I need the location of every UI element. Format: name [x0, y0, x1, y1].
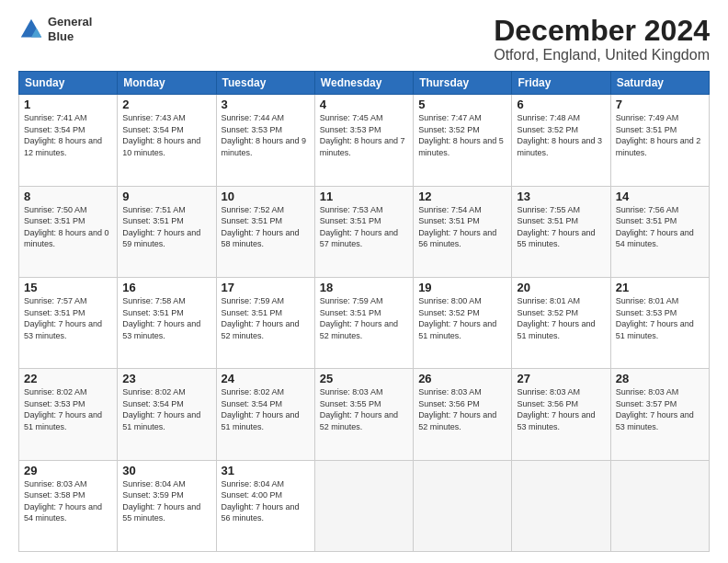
day-number: 4: [320, 98, 408, 111]
day-info: Sunrise: 8:00 AM Sunset: 3:52 PM Dayligh…: [418, 295, 506, 341]
weekday-header: Thursday: [414, 72, 512, 95]
day-info: Sunrise: 8:02 AM Sunset: 3:53 PM Dayligh…: [24, 386, 112, 432]
calendar-cell: 30 Sunrise: 8:04 AM Sunset: 3:59 PM Dayl…: [118, 460, 216, 551]
day-number: 9: [122, 190, 210, 203]
calendar-cell: 20 Sunrise: 8:01 AM Sunset: 3:52 PM Dayl…: [512, 277, 610, 368]
day-info: Sunrise: 7:57 AM Sunset: 3:51 PM Dayligh…: [24, 295, 112, 341]
day-info: Sunrise: 7:55 AM Sunset: 3:51 PM Dayligh…: [517, 204, 605, 250]
calendar-cell: [414, 460, 512, 551]
calendar-cell: [610, 460, 709, 551]
calendar-cell: [512, 460, 610, 551]
calendar-cell: 24 Sunrise: 8:02 AM Sunset: 3:54 PM Dayl…: [216, 369, 314, 460]
weekday-header: Tuesday: [216, 72, 314, 95]
day-number: 12: [418, 190, 506, 203]
calendar-cell: 19 Sunrise: 8:00 AM Sunset: 3:52 PM Dayl…: [414, 277, 512, 368]
calendar-table: SundayMondayTuesdayWednesdayThursdayFrid…: [18, 71, 710, 552]
calendar-cell: 25 Sunrise: 8:03 AM Sunset: 3:55 PM Dayl…: [314, 369, 413, 460]
day-number: 23: [122, 372, 210, 385]
calendar-cell: 7 Sunrise: 7:49 AM Sunset: 3:51 PM Dayli…: [610, 95, 709, 186]
calendar-cell: 6 Sunrise: 7:48 AM Sunset: 3:52 PM Dayli…: [512, 95, 610, 186]
calendar-cell: 12 Sunrise: 7:54 AM Sunset: 3:51 PM Dayl…: [414, 186, 512, 277]
calendar-cell: 28 Sunrise: 8:03 AM Sunset: 3:57 PM Dayl…: [610, 369, 709, 460]
logo: General Blue: [18, 15, 92, 43]
day-info: Sunrise: 8:01 AM Sunset: 3:52 PM Dayligh…: [517, 295, 605, 341]
day-number: 25: [320, 372, 408, 385]
calendar-week-row: 8 Sunrise: 7:50 AM Sunset: 3:51 PM Dayli…: [19, 186, 710, 277]
day-number: 21: [616, 281, 704, 294]
weekday-header: Friday: [512, 72, 610, 95]
calendar-cell: 22 Sunrise: 8:02 AM Sunset: 3:53 PM Dayl…: [19, 369, 118, 460]
weekday-header: Sunday: [19, 72, 118, 95]
calendar-cell: 1 Sunrise: 7:41 AM Sunset: 3:54 PM Dayli…: [19, 95, 118, 186]
day-number: 10: [222, 190, 310, 203]
calendar-cell: 4 Sunrise: 7:45 AM Sunset: 3:53 PM Dayli…: [314, 95, 413, 186]
day-info: Sunrise: 7:41 AM Sunset: 3:54 PM Dayligh…: [24, 112, 112, 158]
calendar-cell: 13 Sunrise: 7:55 AM Sunset: 3:51 PM Dayl…: [512, 186, 610, 277]
logo-icon: [18, 17, 44, 42]
day-info: Sunrise: 7:48 AM Sunset: 3:52 PM Dayligh…: [517, 112, 605, 158]
weekday-header: Monday: [118, 72, 216, 95]
day-info: Sunrise: 7:47 AM Sunset: 3:52 PM Dayligh…: [418, 112, 506, 158]
day-number: 2: [122, 98, 210, 111]
calendar-cell: 23 Sunrise: 8:02 AM Sunset: 3:54 PM Dayl…: [118, 369, 216, 460]
calendar-cell: 5 Sunrise: 7:47 AM Sunset: 3:52 PM Dayli…: [414, 95, 512, 186]
day-info: Sunrise: 7:51 AM Sunset: 3:51 PM Dayligh…: [122, 204, 210, 250]
calendar-cell: 29 Sunrise: 8:03 AM Sunset: 3:58 PM Dayl…: [19, 460, 118, 551]
day-number: 11: [320, 190, 408, 203]
day-number: 15: [24, 281, 112, 294]
calendar-cell: 16 Sunrise: 7:58 AM Sunset: 3:51 PM Dayl…: [118, 277, 216, 368]
day-number: 26: [418, 372, 506, 385]
calendar-cell: 17 Sunrise: 7:59 AM Sunset: 3:51 PM Dayl…: [216, 277, 314, 368]
calendar-cell: 9 Sunrise: 7:51 AM Sunset: 3:51 PM Dayli…: [118, 186, 216, 277]
weekday-header: Saturday: [610, 72, 709, 95]
logo-text: General Blue: [48, 15, 92, 43]
day-number: 17: [222, 281, 310, 294]
day-number: 29: [24, 464, 112, 477]
day-number: 20: [517, 281, 605, 294]
day-number: 24: [222, 372, 310, 385]
calendar-cell: 8 Sunrise: 7:50 AM Sunset: 3:51 PM Dayli…: [19, 186, 118, 277]
day-number: 16: [122, 281, 210, 294]
subtitle: Otford, England, United Kingdom: [494, 47, 710, 63]
day-number: 14: [616, 190, 704, 203]
header: General Blue December 2024 Otford, Engla…: [18, 15, 710, 63]
day-info: Sunrise: 8:03 AM Sunset: 3:55 PM Dayligh…: [320, 386, 408, 432]
day-info: Sunrise: 7:45 AM Sunset: 3:53 PM Dayligh…: [320, 112, 408, 158]
day-info: Sunrise: 8:03 AM Sunset: 3:56 PM Dayligh…: [517, 386, 605, 432]
day-info: Sunrise: 7:44 AM Sunset: 3:53 PM Dayligh…: [222, 112, 310, 158]
day-info: Sunrise: 7:58 AM Sunset: 3:51 PM Dayligh…: [122, 295, 210, 341]
day-number: 8: [24, 190, 112, 203]
day-number: 31: [222, 464, 310, 477]
day-info: Sunrise: 8:01 AM Sunset: 3:53 PM Dayligh…: [616, 295, 704, 341]
day-number: 1: [24, 98, 112, 111]
day-number: 18: [320, 281, 408, 294]
main-title: December 2024: [494, 15, 710, 47]
calendar-week-row: 1 Sunrise: 7:41 AM Sunset: 3:54 PM Dayli…: [19, 95, 710, 186]
calendar-cell: [314, 460, 413, 551]
day-info: Sunrise: 8:02 AM Sunset: 3:54 PM Dayligh…: [122, 386, 210, 432]
day-number: 7: [616, 98, 704, 111]
day-number: 30: [122, 464, 210, 477]
day-info: Sunrise: 8:03 AM Sunset: 3:57 PM Dayligh…: [616, 386, 704, 432]
calendar-week-row: 15 Sunrise: 7:57 AM Sunset: 3:51 PM Dayl…: [19, 277, 710, 368]
day-info: Sunrise: 8:02 AM Sunset: 3:54 PM Dayligh…: [222, 386, 310, 432]
day-info: Sunrise: 8:04 AM Sunset: 4:00 PM Dayligh…: [222, 478, 310, 524]
calendar-cell: 15 Sunrise: 7:57 AM Sunset: 3:51 PM Dayl…: [19, 277, 118, 368]
page: General Blue December 2024 Otford, Engla…: [0, 0, 728, 563]
day-number: 27: [517, 372, 605, 385]
day-info: Sunrise: 8:03 AM Sunset: 3:56 PM Dayligh…: [418, 386, 506, 432]
title-block: December 2024 Otford, England, United Ki…: [494, 15, 710, 63]
day-number: 22: [24, 372, 112, 385]
calendar-cell: 27 Sunrise: 8:03 AM Sunset: 3:56 PM Dayl…: [512, 369, 610, 460]
day-info: Sunrise: 7:53 AM Sunset: 3:51 PM Dayligh…: [320, 204, 408, 250]
calendar-header-row: SundayMondayTuesdayWednesdayThursdayFrid…: [19, 72, 710, 95]
day-number: 28: [616, 372, 704, 385]
calendar-cell: 14 Sunrise: 7:56 AM Sunset: 3:51 PM Dayl…: [610, 186, 709, 277]
calendar-week-row: 22 Sunrise: 8:02 AM Sunset: 3:53 PM Dayl…: [19, 369, 710, 460]
day-number: 13: [517, 190, 605, 203]
day-info: Sunrise: 8:04 AM Sunset: 3:59 PM Dayligh…: [122, 478, 210, 524]
day-info: Sunrise: 7:49 AM Sunset: 3:51 PM Dayligh…: [616, 112, 704, 158]
calendar-cell: 26 Sunrise: 8:03 AM Sunset: 3:56 PM Dayl…: [414, 369, 512, 460]
day-info: Sunrise: 7:43 AM Sunset: 3:54 PM Dayligh…: [122, 112, 210, 158]
day-info: Sunrise: 7:59 AM Sunset: 3:51 PM Dayligh…: [320, 295, 408, 341]
